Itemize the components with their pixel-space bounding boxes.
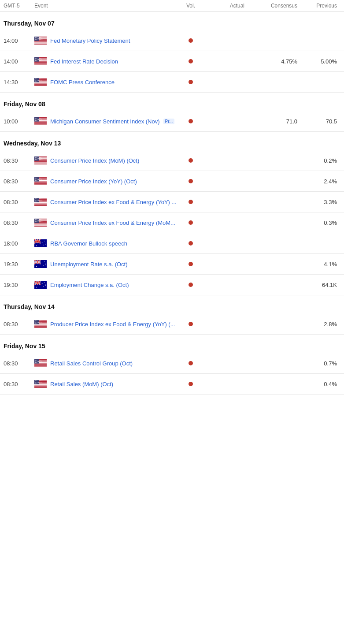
svg-rect-7	[34, 41, 47, 41]
header-previous: Previous	[301, 3, 340, 9]
svg-rect-58	[34, 122, 47, 122]
table-row[interactable]: 08:30 ★★★★★★ ★★★★★ ★★★★★★ Consumer Price…	[0, 150, 344, 171]
event-time: 18:00	[4, 240, 34, 247]
event-cell: ★★★★★★ ★★★★★ ★★★★★★ Retail Sales (MoM) (…	[34, 380, 178, 388]
us-flag-icon: ★★★★★★ ★★★★★ ★★★★★★	[34, 219, 47, 227]
preview-badge: Pr...	[163, 119, 175, 124]
event-cell: ★★★★★★ ★★★★★ ★★★★★★ Consumer Price Index…	[34, 198, 178, 206]
table-row[interactable]: 08:30 ★★★★★★ ★★★★★ ★★★★★★ Retail Sales (…	[0, 374, 344, 395]
svg-text:★★★★★★: ★★★★★★	[35, 382, 43, 384]
svg-rect-207	[34, 365, 47, 365]
svg-rect-97	[34, 185, 47, 185]
svg-rect-43	[34, 83, 47, 84]
svg-text:✦: ✦	[43, 265, 44, 267]
table-row[interactable]: 19:30 ✦ ✦ ✦ ✦ ✦ ✦ Employment Change s.a.…	[0, 275, 344, 295]
event-time: 14:30	[4, 79, 34, 86]
event-name[interactable]: Producer Price Index ex Food & Energy (Y…	[50, 321, 175, 328]
high-vol-dot	[189, 119, 193, 123]
table-row[interactable]: 08:30 ★★★★★★ ★★★★★ ★★★★★★ Producer Price…	[0, 314, 344, 335]
svg-rect-189	[34, 325, 47, 325]
high-vol-dot	[189, 283, 193, 287]
vol-cell	[178, 262, 204, 266]
table-row[interactable]: 19:30 ✦ ✦ ✦ ✦ ✦ ✦ Unemployment Rate s.a.…	[0, 254, 344, 275]
consensus-cell: 71.0	[248, 118, 301, 125]
table-row[interactable]: 18:00 ✦ ✦ ✦ ✦ ✦ ✦ RBA Governor Bullock s…	[0, 233, 344, 254]
event-name[interactable]: Unemployment Rate s.a. (Oct)	[50, 261, 128, 268]
event-name[interactable]: Consumer Price Index ex Food & Energy (Y…	[50, 199, 176, 205]
high-vol-dot	[189, 59, 193, 63]
svg-rect-46	[34, 86, 47, 86]
svg-rect-44	[34, 84, 47, 85]
svg-rect-193	[34, 328, 47, 328]
event-cell: ★★★★★★ ★★★★★ ★★★★★★ FOMC Press Conferenc…	[34, 78, 178, 86]
svg-rect-109	[34, 202, 47, 203]
event-name[interactable]: Retail Sales Control Group (Oct)	[50, 360, 133, 367]
event-time: 08:30	[4, 220, 34, 226]
table-row[interactable]: 10:00 ★★★★★★ ★★★★★ ★★★★★★ Michigan Consu…	[0, 111, 344, 132]
previous-cell: 5.00%	[301, 58, 340, 65]
previous-cell: 0.7%	[301, 360, 340, 367]
table-row[interactable]: 08:30 ★★★★★★ ★★★★★ ★★★★★★ Consumer Price…	[0, 171, 344, 192]
svg-rect-78	[34, 163, 47, 163]
svg-rect-188	[34, 324, 47, 325]
high-vol-dot	[189, 241, 193, 246]
svg-rect-210	[34, 367, 47, 367]
svg-rect-79	[34, 163, 47, 164]
table-row[interactable]: 14:00 ★★★★★★ ★★★★★ ★★★★★★ Fed Interest R…	[0, 51, 344, 72]
event-name[interactable]: Michigan Consumer Sentiment Index (Nov)	[50, 118, 160, 125]
section-header-4: Friday, Nov 15	[0, 335, 344, 353]
table-row[interactable]: 08:30 ★★★★★★ ★★★★★ ★★★★★★ Consumer Price…	[0, 192, 344, 212]
event-name[interactable]: Consumer Price Index (MoM) (Oct)	[50, 157, 139, 164]
table-row[interactable]: 14:00 ★★★★★★ ★★★★★ ★★★★★★ Fed Monetary P…	[0, 30, 344, 51]
vol-cell	[178, 119, 204, 123]
section-header-1: Friday, Nov 08	[0, 93, 344, 111]
event-name[interactable]: Fed Monetary Policy Statement	[50, 37, 130, 44]
svg-rect-26	[34, 63, 47, 63]
svg-text:✦: ✦	[43, 244, 44, 246]
table-row[interactable]: 08:30 ★★★★★★ ★★★★★ ★★★★★★ Consumer Price…	[0, 212, 344, 233]
event-name[interactable]: RBA Governor Bullock speech	[50, 240, 127, 247]
svg-rect-77	[34, 162, 47, 162]
us-flag-icon: ★★★★★★ ★★★★★ ★★★★★★	[34, 320, 47, 328]
vol-cell	[178, 241, 204, 246]
vol-cell	[178, 382, 204, 386]
event-time: 19:30	[4, 282, 34, 288]
event-name[interactable]: Consumer Price Index (YoY) (Oct)	[50, 178, 137, 185]
svg-text:★★★★★★: ★★★★★★	[35, 221, 43, 223]
high-vol-dot	[189, 322, 193, 326]
event-name[interactable]: Retail Sales (MoM) (Oct)	[50, 381, 113, 387]
previous-cell: 70.5	[301, 118, 340, 125]
event-name[interactable]: Consumer Price Index ex Food & Energy (M…	[50, 220, 175, 226]
header-gmt: GMT-5	[4, 3, 34, 9]
svg-rect-60	[34, 123, 47, 123]
event-name[interactable]: FOMC Press Conference	[50, 79, 115, 86]
svg-rect-191	[34, 326, 47, 327]
event-cell: ✦ ✦ ✦ ✦ ✦ ✦ Unemployment Rate s.a. (Oct)	[34, 260, 178, 268]
svg-rect-94	[34, 182, 47, 183]
svg-text:★★★★★★: ★★★★★★	[35, 80, 43, 82]
svg-text:★★★★★★: ★★★★★★	[35, 60, 43, 61]
section-4: Friday, Nov 1508:30 ★★★★★★ ★★★★★ ★★★★★★ …	[0, 335, 344, 395]
svg-text:✦: ✦	[45, 264, 46, 266]
high-vol-dot	[189, 158, 193, 163]
table-row[interactable]: 14:30 ★★★★★★ ★★★★★ ★★★★★★ FOMC Press Con…	[0, 72, 344, 93]
event-cell: ★★★★★★ ★★★★★ ★★★★★★ Fed Interest Rate De…	[34, 57, 178, 65]
svg-rect-9	[34, 42, 47, 42]
table-row[interactable]: 08:30 ★★★★★★ ★★★★★ ★★★★★★ Retail Sales C…	[0, 353, 344, 374]
event-name[interactable]: Employment Change s.a. (Oct)	[50, 282, 129, 288]
svg-rect-131	[34, 226, 47, 227]
event-time: 10:00	[4, 118, 34, 125]
svg-rect-225	[34, 386, 47, 387]
svg-rect-112	[34, 204, 47, 205]
high-vol-dot	[189, 200, 193, 204]
svg-text:★★★★★★: ★★★★★★	[35, 179, 43, 181]
us-flag-icon: ★★★★★★ ★★★★★ ★★★★★★	[34, 78, 47, 86]
previous-cell: 3.3%	[301, 199, 340, 205]
header-vol: Vol.	[178, 3, 204, 9]
svg-text:✦: ✦	[45, 243, 46, 245]
au-flag-icon: ✦ ✦ ✦ ✦ ✦ ✦	[34, 239, 47, 247]
event-time: 08:30	[4, 360, 34, 367]
svg-text:✦: ✦	[44, 240, 45, 242]
high-vol-dot	[189, 361, 193, 365]
event-name[interactable]: Fed Interest Rate Decision	[50, 58, 118, 65]
